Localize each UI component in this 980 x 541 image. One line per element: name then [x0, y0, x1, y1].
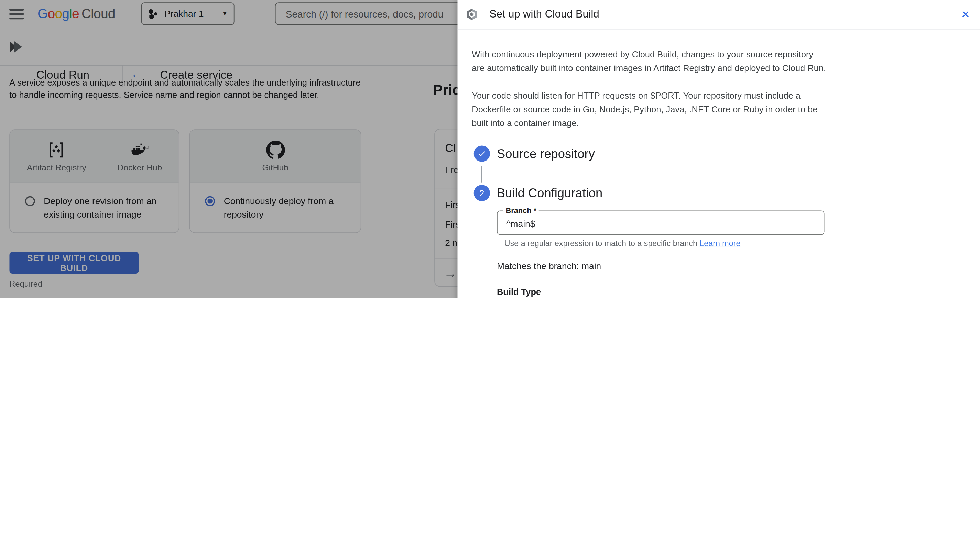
panel-title: Set up with Cloud Build — [489, 8, 599, 21]
close-icon[interactable]: ✕ — [960, 7, 971, 22]
learn-more-link[interactable]: Learn more — [699, 238, 740, 248]
build-type-label: Build Type — [497, 287, 541, 297]
step-connector — [481, 166, 482, 182]
step-2-number-icon: 2 — [474, 185, 490, 201]
panel-intro-2: Your code should listen for HTTP request… — [472, 89, 827, 130]
branch-field[interactable]: Branch * — [497, 211, 824, 235]
step-1-complete-icon — [474, 146, 490, 162]
branch-input[interactable] — [505, 211, 803, 235]
branch-match-note: Matches the branch: main — [497, 261, 601, 271]
branch-helper: Use a regular expression to match to a s… — [504, 238, 741, 248]
cloud-build-panel: Set up with Cloud Build ✕ With continuou… — [457, 0, 980, 298]
check-icon — [477, 149, 486, 158]
screen: GoogleCloud Prakhar 1 ▼ Cloud Run ← Crea… — [0, 0, 980, 298]
panel-header: Set up with Cloud Build ✕ — [457, 0, 980, 29]
step-2-title: Build Configuration — [497, 186, 603, 201]
branch-helper-text: Use a regular expression to match to a s… — [504, 238, 700, 248]
panel-intro-1: With continuous deployment powered by Cl… — [472, 48, 827, 75]
step-1-title: Source repository — [497, 147, 595, 161]
cloud-build-icon — [465, 8, 479, 21]
